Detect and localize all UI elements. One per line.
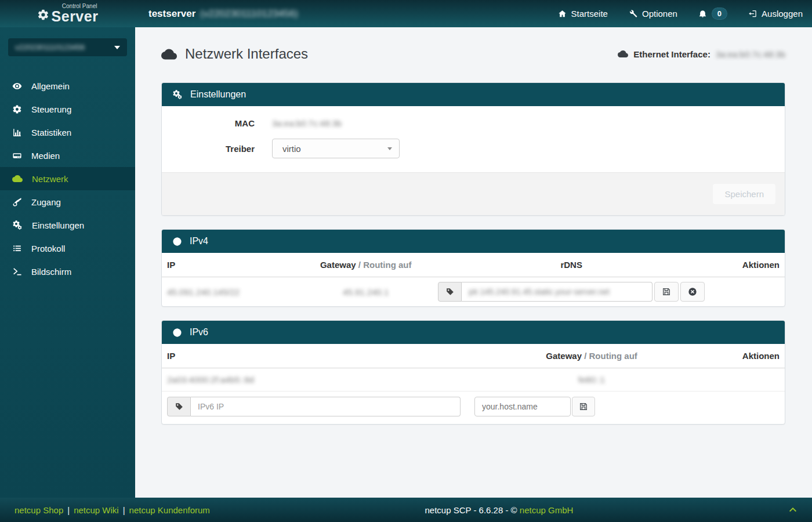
chevron-down-icon: [387, 147, 392, 150]
sidebar-item-label: Protokoll: [31, 244, 65, 253]
ipv6-ip-value: 2a03:4000:2f:a4b5::8d: [167, 375, 254, 385]
ethernet-interface-info: Ethernet Interface: 3a:ea:b0:7c:48:3b: [618, 49, 785, 59]
sidebar-item-statistiken[interactable]: Statistiken: [0, 121, 135, 144]
ipv6-panel: IPv6 IP Gateway / Routing auf Aktionen 2…: [161, 320, 785, 425]
cloud-icon: [161, 46, 177, 62]
terminal-icon: [12, 267, 22, 277]
ipv6-row: 2a03:4000:2f:a4b5::8d fe80::1: [162, 368, 785, 392]
ipv4-col-aktionen: Aktionen: [710, 253, 785, 277]
key-icon: [12, 197, 22, 207]
ipv6-table: IP Gateway / Routing auf Aktionen 2a03:4…: [162, 344, 785, 424]
ipv6-panel-title: IPv6: [190, 327, 208, 338]
settings-panel: Einstellungen MAC 3a:ea:b0:7c:48:3b Trei…: [161, 82, 785, 216]
sidebar-item-label: Medien: [31, 151, 60, 161]
sidebar-item-einstellungen[interactable]: Einstellungen: [0, 213, 135, 237]
nav-ausloggen[interactable]: Ausloggen: [748, 9, 803, 19]
ipv4-row: 45.091.240.145/22 45.91.240.1 ptr.145.24…: [162, 277, 785, 307]
wrench-icon: [629, 9, 637, 18]
ethernet-interface-value: 3a:ea:b0:7c:48:3b: [716, 49, 785, 59]
ipv4-col-ip: IP: [162, 253, 299, 277]
sidebar-item-bildschirm[interactable]: Bildschirm: [0, 260, 135, 283]
top-bar: Control Panel Server testserver (v220230…: [0, 0, 812, 27]
ipv4-gateway-value: 45.91.240.1: [343, 287, 389, 297]
server-name: testserver: [148, 8, 195, 20]
server-title: testserver (v2202301110123456): [148, 8, 298, 20]
server-id-redacted: (v2202301110123456): [200, 8, 298, 20]
notification-count-badge: 0: [712, 8, 727, 20]
ipv6-panel-header: IPv6: [162, 321, 785, 344]
ipv6-ip-input[interactable]: [191, 397, 461, 416]
ipv6-col-ip: IP: [162, 344, 473, 368]
settings-panel-header: Einstellungen: [162, 83, 785, 106]
brand-logo[interactable]: Control Panel Server: [0, 3, 135, 24]
logout-icon: [748, 9, 757, 18]
bar-chart-icon: [12, 128, 22, 137]
ipv6-col-aktionen: Aktionen: [710, 344, 785, 368]
sidebar-item-medien[interactable]: Medien: [0, 144, 135, 167]
nav-ausloggen-label: Ausloggen: [762, 9, 803, 19]
sidebar-item-netzwerk[interactable]: Netzwerk: [0, 167, 135, 190]
footer-version: netcup SCP - 6.6.28 - © netcup GmbH: [210, 505, 788, 515]
server-select-value: v2202301110123456: [15, 43, 85, 52]
rdns-save-button[interactable]: [654, 282, 679, 302]
footer-link-netcup-gmbh[interactable]: netcup GmbH: [520, 505, 574, 515]
ipv6-save-button[interactable]: [572, 397, 595, 416]
mac-label: MAC: [171, 118, 272, 128]
cloud-icon: [618, 49, 628, 59]
sidebar-item-label: Steuerung: [31, 104, 71, 114]
ipv6-col-gateway: Gateway / Routing auf: [473, 344, 710, 368]
sidebar-item-allgemein[interactable]: Allgemein: [0, 74, 135, 97]
footer-link-shop[interactable]: netcup Shop: [14, 505, 63, 515]
gear-icon: [12, 104, 22, 114]
rdns-input[interactable]: ptr.145.240.91.45.static.your-server.net: [462, 282, 652, 302]
ipv6-aktionen-cell: [710, 368, 785, 392]
sidebar-item-label: Netzwerk: [32, 174, 68, 184]
bell-icon: [698, 9, 707, 18]
footer-links: netcup Shop|netcup Wiki|netcup Kundenfor…: [14, 505, 210, 515]
sidebar-item-label: Einstellungen: [32, 220, 84, 230]
speichern-button[interactable]: Speichern: [712, 183, 776, 205]
tag-icon-addon: [167, 397, 191, 416]
globe-icon: [172, 237, 182, 246]
ipv4-col-gateway: Gateway / Routing auf: [299, 253, 433, 277]
treiber-label: Treiber: [171, 144, 272, 154]
nav-startseite[interactable]: Startseite: [558, 9, 608, 19]
nav-optionen-label: Optionen: [642, 9, 677, 19]
sidebar-item-label: Zugang: [31, 197, 61, 207]
chevron-down-icon: [114, 46, 120, 49]
scroll-top-button[interactable]: [788, 505, 798, 514]
gears-icon: [12, 220, 23, 230]
rdns-delete-button[interactable]: [680, 282, 705, 302]
list-icon: [12, 244, 22, 253]
hdd-icon: [12, 151, 22, 161]
gear-logo-icon: [37, 9, 49, 21]
ipv4-panel-title: IPv4: [190, 236, 208, 246]
sidebar-item-protokoll[interactable]: Protokoll: [0, 237, 135, 260]
footer-link-kundenforum[interactable]: netcup Kundenforum: [129, 505, 210, 515]
globe-icon: [172, 328, 182, 338]
hostname-input[interactable]: [474, 397, 571, 416]
brand-name: Server: [52, 9, 99, 24]
nav-notifications[interactable]: 0: [698, 8, 727, 20]
sidebar-item-label: Bildschirm: [31, 267, 71, 277]
chevron-up-icon: [788, 505, 798, 514]
ipv6-gateway-value: fe80::1: [578, 375, 605, 385]
cloud-icon: [12, 173, 23, 184]
ethernet-interface-label: Ethernet Interface:: [633, 49, 710, 59]
ipv4-panel-header: IPv4: [162, 230, 785, 253]
nav-startseite-label: Startseite: [571, 9, 608, 19]
page-title: Netzwerk Interfaces: [161, 46, 308, 62]
ipv4-ip-value: 45.091.240.145/22: [167, 287, 240, 297]
sidebar: v2202301110123456 Allgemein Steuerung St…: [0, 27, 135, 498]
ipv4-panel: IPv4 IP Gateway / Routing auf rDNS Aktio…: [161, 229, 785, 307]
nav-optionen[interactable]: Optionen: [629, 9, 677, 19]
mac-value: 3a:ea:b0:7c:48:3b: [272, 118, 342, 128]
treiber-select[interactable]: virtio: [272, 139, 400, 158]
server-select-dropdown[interactable]: v2202301110123456: [8, 38, 127, 56]
footer-link-wiki[interactable]: netcup Wiki: [74, 505, 119, 515]
sidebar-item-steuerung[interactable]: Steuerung: [0, 97, 135, 121]
main-content: Netzwerk Interfaces Ethernet Interface: …: [135, 27, 812, 498]
sidebar-item-zugang[interactable]: Zugang: [0, 190, 135, 213]
home-icon: [558, 9, 567, 18]
top-nav: Startseite Optionen 0 Ausloggen: [558, 8, 812, 20]
